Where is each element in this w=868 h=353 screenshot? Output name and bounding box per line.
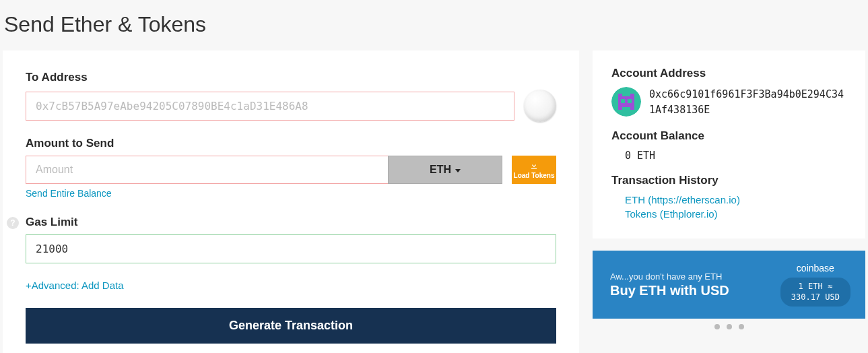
buy-eth-banner[interactable]: Aw...you don't have any ETH Buy ETH with… [593, 251, 865, 319]
amount-input[interactable] [26, 156, 388, 184]
carousel-dot[interactable] [727, 324, 732, 329]
to-address-identicon [524, 90, 556, 122]
svg-rect-5 [628, 99, 632, 103]
carousel-dots [593, 319, 865, 332]
gas-limit-label: Gas Limit [26, 216, 556, 229]
gas-limit-input[interactable] [26, 234, 556, 263]
advanced-add-data-link[interactable]: +Advanced: Add Data [26, 280, 124, 291]
send-entire-balance-link[interactable]: Send Entire Balance [26, 188, 112, 199]
account-avatar-icon [611, 87, 641, 117]
load-tokens-label: Load Tokens [514, 172, 555, 179]
send-form-panel: To Address Amount to Send ETH Load Token… [3, 51, 579, 353]
to-address-label: To Address [26, 71, 556, 84]
account-address-value: 0xc66c9101f6961F3F3Ba94b0E294C341Af43813… [649, 87, 846, 117]
account-balance-heading: Account Balance [611, 129, 846, 143]
svg-rect-2 [622, 91, 630, 96]
load-tokens-button[interactable]: Load Tokens [512, 156, 556, 184]
rate-line-1: 1 ETH ≈ [791, 282, 840, 292]
page-title: Send Ether & Tokens [0, 0, 868, 51]
account-address-heading: Account Address [611, 67, 846, 80]
banner-provider: coinbase [797, 263, 834, 274]
chevron-down-icon [455, 169, 461, 172]
currency-dropdown[interactable]: ETH [388, 156, 502, 184]
currency-label: ETH [430, 164, 451, 176]
tx-history-tokens-link[interactable]: Tokens (Ethplorer.io) [625, 208, 846, 220]
help-icon[interactable]: ? [7, 217, 19, 229]
banner-main-text: Buy ETH with USD [610, 283, 729, 298]
rate-line-2: 330.17 USD [791, 292, 840, 303]
amount-label: Amount to Send [26, 137, 556, 150]
banner-subtext: Aw...you don't have any ETH [610, 271, 729, 282]
to-address-input[interactable] [26, 92, 514, 121]
transaction-history-heading: Transaction History [611, 174, 846, 187]
carousel-dot[interactable] [739, 324, 744, 329]
account-card: Account Address 0xc66c9101f6961F3F3Ba94b… [593, 51, 865, 238]
carousel-dot[interactable] [714, 324, 720, 329]
tx-history-eth-link[interactable]: ETH (https://etherscan.io) [625, 194, 846, 205]
eth-rate-pill: 1 ETH ≈ 330.17 USD [780, 278, 850, 307]
download-icon [529, 161, 539, 170]
generate-transaction-button[interactable]: Generate Transaction [26, 308, 556, 344]
svg-rect-4 [621, 99, 625, 103]
account-balance-value: 0 ETH [611, 150, 846, 162]
svg-rect-3 [622, 107, 630, 113]
